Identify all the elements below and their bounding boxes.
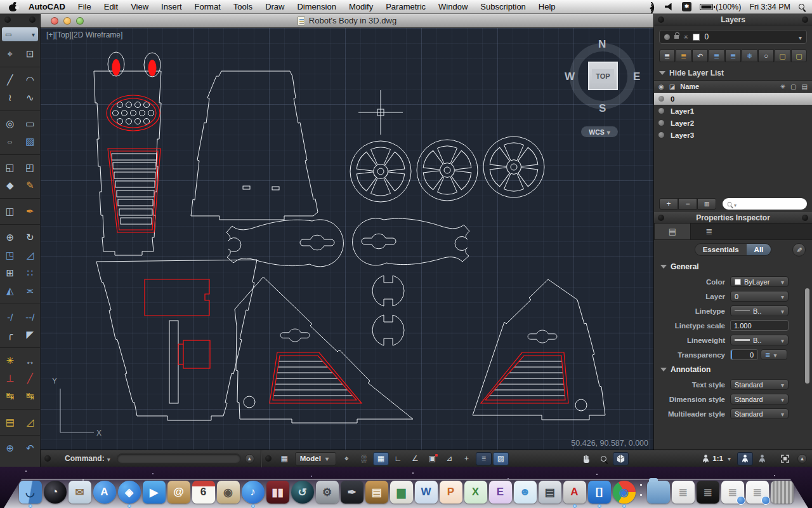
drawing-canvas[interactable]: Y X [+][Top][2D Wireframe] N W E S TOP W… <box>41 28 653 450</box>
menu-edit[interactable]: Edit <box>98 0 124 14</box>
layer-lock-button[interactable]: ▢ <box>775 50 790 62</box>
dock-icon-dashboard[interactable]: ◔ <box>44 481 67 504</box>
ordinate-dimension-tool[interactable]: ⊥ <box>0 370 20 387</box>
layer-row-1[interactable]: Layer1 <box>654 105 812 117</box>
grid-mode-button[interactable]: ▦ <box>373 452 389 465</box>
layer-set-current-button[interactable]: ≣ <box>709 50 724 62</box>
command-input[interactable] <box>117 453 241 464</box>
pan-button[interactable] <box>579 452 594 465</box>
menu-help[interactable]: Help <box>532 0 562 14</box>
eye-fills[interactable] <box>112 59 157 76</box>
ellipse-tool[interactable]: ○ <box>0 133 20 150</box>
all-segment[interactable]: All <box>747 244 771 255</box>
eye-icon[interactable]: ◉ <box>658 83 664 90</box>
lineweight-display-button[interactable]: ≡ <box>476 452 492 465</box>
menu-autocad[interactable]: AutoCAD <box>22 0 72 14</box>
dock-icon-safari[interactable]: ◈ <box>118 481 141 504</box>
object-snap-tracking-button[interactable]: ⊿ <box>442 452 457 465</box>
rotate-tool[interactable]: ↻ <box>20 229 41 246</box>
dock-icon-entourage[interactable]: E <box>489 481 512 504</box>
attribute-edit-tool[interactable]: ✎ <box>20 177 41 194</box>
menu-file[interactable]: File <box>72 0 98 14</box>
ucs-world-tool[interactable]: ⊕ <box>0 439 20 457</box>
viewcube-toggle-button[interactable] <box>613 452 629 465</box>
dynamic-input-button[interactable]: + <box>459 452 475 465</box>
layer-on-icon[interactable] <box>658 120 664 126</box>
layer-walk-button[interactable]: ≣ <box>659 50 675 62</box>
annotation-visibility-button[interactable] <box>737 452 753 465</box>
annotation-scale-button[interactable]: 1:1 <box>698 452 736 465</box>
layer-on-icon[interactable] <box>658 96 664 102</box>
eyedropper-button[interactable]: ✎ <box>792 243 806 257</box>
measure-tool[interactable]: ↔ <box>20 352 41 370</box>
transparency-dropdown[interactable]: ≣ <box>761 349 787 360</box>
transparency-field[interactable]: 0 <box>730 349 758 360</box>
menu-parametric[interactable]: Parametric <box>379 0 432 14</box>
remove-layer-button[interactable]: − <box>678 198 697 210</box>
dimension-style-dropdown[interactable]: Standard <box>730 394 789 404</box>
columns-button[interactable]: ▥ <box>697 198 716 210</box>
volume-icon[interactable] <box>665 3 674 11</box>
hatch-tool[interactable]: ▨ <box>20 133 41 150</box>
menu-draw[interactable]: Draw <box>259 0 291 14</box>
viewcube-top-face[interactable]: TOP <box>588 62 618 90</box>
construction-line-tool[interactable]: ╱ <box>20 370 41 387</box>
transparency-display-button[interactable]: ▨ <box>493 452 509 465</box>
input-source-icon[interactable]: ✱ <box>682 2 691 11</box>
menu-clock[interactable]: Fri 3:34 PM <box>749 3 790 11</box>
compass-east[interactable]: E <box>633 70 640 83</box>
fullscreen-button[interactable] <box>777 452 793 465</box>
scale-tool[interactable]: ◳ <box>0 246 20 264</box>
wcs-selector[interactable]: WCS <box>581 126 618 137</box>
robot-parts-red[interactable] <box>107 95 568 403</box>
dock-icon-ink-app[interactable]: ✒ <box>341 481 363 504</box>
current-layer-dropdown[interactable]: ✳ 0 <box>659 30 807 44</box>
layer-on-icon[interactable] <box>658 108 664 114</box>
dock-icon-finder[interactable]: ◡ <box>19 481 42 504</box>
viewport-layout-button[interactable]: ▦ <box>277 452 292 465</box>
box-3d-tool[interactable]: ◫ <box>0 203 20 220</box>
annotation-section-header[interactable]: Annotation <box>654 362 812 377</box>
trim-tool[interactable]: -/ <box>0 308 20 326</box>
move-tool[interactable]: ⊕ <box>0 229 20 246</box>
name-column-header[interactable]: Name <box>680 83 775 90</box>
dock-icon-newsstand[interactable]: ▤ <box>539 481 561 504</box>
menu-view[interactable]: View <box>124 0 155 14</box>
grid-display-button[interactable]: ░ <box>356 452 372 465</box>
dock-icon-excel[interactable]: X <box>464 481 487 504</box>
layer-unlock-button[interactable]: ▢ <box>791 50 807 62</box>
compass-north[interactable]: N <box>598 38 606 51</box>
dock-icon-document-preview-2[interactable]: ≣ <box>746 481 769 504</box>
layer-freeze-button[interactable]: ❄ <box>742 50 757 62</box>
polar-tracking-button[interactable]: ∠ <box>407 452 423 465</box>
layer-row-2[interactable]: Layer2 <box>654 117 812 129</box>
freeze-column-icon[interactable]: ✳ <box>780 83 785 90</box>
explode-tool[interactable]: ✳ <box>0 352 20 370</box>
dock-icon-system-preferences[interactable]: ⚙ <box>316 481 339 504</box>
block-tag-tool[interactable]: ◆ <box>0 177 20 194</box>
menu-tools[interactable]: Tools <box>227 0 259 14</box>
array-tool[interactable]: ∷ <box>20 264 41 282</box>
menu-subscription[interactable]: Subscription <box>474 0 532 14</box>
dock-icon-iphoto[interactable]: ◉ <box>217 481 240 504</box>
object-snap-button[interactable]: ▣ <box>424 452 440 465</box>
dock-icon-itunes[interactable]: ♪ <box>242 481 265 504</box>
dimension-lock-tool[interactable]: ↹ <box>0 387 20 405</box>
tab-layers[interactable]: ≣ <box>691 224 728 239</box>
model-space-selector[interactable]: Model <box>295 452 336 465</box>
collapse-bar-button[interactable]: ▲ <box>797 454 807 464</box>
layer-row-0[interactable]: 0 <box>654 93 812 105</box>
menu-window[interactable]: Window <box>432 0 474 14</box>
color-dropdown[interactable]: ByLayer <box>730 276 789 287</box>
dock-icon-chrome[interactable]: ◉ <box>613 481 636 504</box>
subtract-tool[interactable]: ◰ <box>20 159 41 177</box>
layer-off-button[interactable]: ○ <box>758 50 774 62</box>
general-section-header[interactable]: General <box>654 259 812 274</box>
command-history-button[interactable]: ▲ <box>245 454 254 464</box>
linetype-dropdown[interactable]: B.. <box>730 305 789 316</box>
union-tool[interactable]: ◱ <box>0 159 20 177</box>
snap-mode-button[interactable]: ⌖ <box>339 452 355 465</box>
multileader-style-dropdown[interactable]: Standard <box>730 408 789 419</box>
lock-column-icon[interactable]: ▢ <box>790 83 796 90</box>
ortho-mode-button[interactable]: ∟ <box>390 452 406 465</box>
